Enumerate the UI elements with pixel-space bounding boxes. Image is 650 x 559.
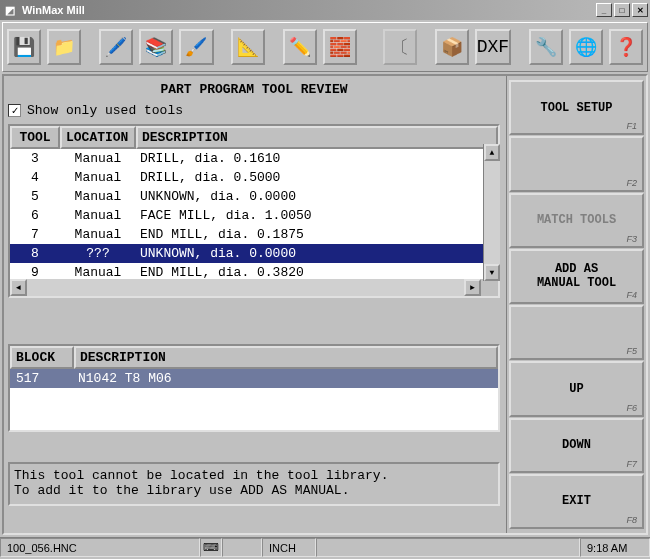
- show-used-checkbox[interactable]: ✓: [8, 104, 21, 117]
- cell-location: Manual: [60, 208, 136, 223]
- cell-location: Manual: [60, 151, 136, 166]
- table-row[interactable]: 6ManualFACE MILL, dia. 1.0050: [10, 206, 498, 225]
- fkey-label: F1: [626, 121, 637, 131]
- tools2-icon[interactable]: 🔧: [529, 29, 563, 65]
- block-row[interactable]: 517N1042 T8 M06: [10, 369, 498, 388]
- tool-table: TOOL LOCATION DESCRIPTION 3ManualDRILL, …: [8, 124, 500, 298]
- side-button-f7[interactable]: DOWNF7: [509, 418, 644, 473]
- th-tool[interactable]: TOOL: [10, 126, 60, 149]
- th-block[interactable]: BLOCK: [10, 346, 74, 369]
- table-row[interactable]: 9ManualEND MILL, dia. 0.3820: [10, 263, 498, 279]
- statusbar: 100_056.HNC ⌨ INCH 9:18 AM: [0, 537, 650, 557]
- side-button-f6[interactable]: UPF6: [509, 361, 644, 416]
- status-filename: 100_056.HNC: [0, 538, 200, 557]
- message-box: This tool cannot be located in the tool …: [8, 462, 500, 506]
- page-title: PART PROGRAM TOOL REVIEW: [8, 80, 500, 101]
- side-button-f5: F5: [509, 305, 644, 360]
- table-row[interactable]: 7ManualEND MILL, dia. 0.1875: [10, 225, 498, 244]
- cell-description: END MILL, dia. 0.1875: [136, 227, 498, 242]
- toolbar: 💾📁🖊️📚🖌️📐✏️🧱〔📦DXF🔧🌐❓: [2, 22, 648, 72]
- table-row[interactable]: 4ManualDRILL, dia. 0.5000: [10, 168, 498, 187]
- axes-icon[interactable]: 📐: [231, 29, 265, 65]
- status-gap1: [222, 538, 262, 557]
- message-line1: This tool cannot be located in the tool …: [14, 468, 494, 483]
- table-row[interactable]: 5ManualUNKNOWN, dia. 0.0000: [10, 187, 498, 206]
- globe-icon[interactable]: 🌐: [569, 29, 603, 65]
- th-location[interactable]: LOCATION: [60, 126, 136, 149]
- cell-tool: 7: [10, 227, 60, 242]
- block-table: BLOCK DESCRIPTION 517N1042 T8 M06: [8, 344, 500, 432]
- fkey-label: F2: [626, 178, 637, 188]
- blocks-icon[interactable]: 🧱: [323, 29, 357, 65]
- bracket-icon[interactable]: 〔: [383, 29, 417, 65]
- fkey-label: F4: [626, 290, 637, 300]
- help-icon[interactable]: ❓: [609, 29, 643, 65]
- message-line2: To add it to the library use ADD AS MANU…: [14, 483, 494, 498]
- folder-icon[interactable]: 📁: [47, 29, 81, 65]
- side-button-f4[interactable]: ADD AS MANUAL TOOLF4: [509, 249, 644, 304]
- keyboard-icon[interactable]: ⌨: [200, 538, 222, 557]
- fkey-label: F5: [626, 346, 637, 356]
- side-button-f1[interactable]: TOOL SETUPF1: [509, 80, 644, 135]
- minimize-button[interactable]: _: [596, 3, 612, 17]
- tool-icon[interactable]: 🖊️: [99, 29, 133, 65]
- side-button-label: ADD AS MANUAL TOOL: [537, 262, 616, 290]
- cell-description: UNKNOWN, dia. 0.0000: [136, 189, 498, 204]
- cell-location: ???: [60, 246, 136, 261]
- scroll-right-button[interactable]: ►: [464, 279, 481, 296]
- side-button-label: MATCH TOOLS: [537, 213, 616, 227]
- fkey-label: F7: [626, 459, 637, 469]
- cell-description: DRILL, dia. 0.5000: [136, 170, 498, 185]
- cell-block: 517: [10, 371, 74, 386]
- scroll-corner: [481, 279, 498, 296]
- side-buttons: TOOL SETUPF1F2MATCH TOOLSF3ADD AS MANUAL…: [506, 76, 646, 533]
- scroll-down-button[interactable]: ▼: [484, 264, 500, 281]
- scroll-left-button[interactable]: ◄: [10, 279, 27, 296]
- th-block-description[interactable]: DESCRIPTION: [74, 346, 498, 369]
- side-button-label: EXIT: [562, 494, 591, 508]
- cell-description: FACE MILL, dia. 1.0050: [136, 208, 498, 223]
- edit-icon[interactable]: ✏️: [283, 29, 317, 65]
- app-icon: ◩: [2, 2, 18, 18]
- cell-tool: 8: [10, 246, 60, 261]
- open-file-icon[interactable]: 💾: [7, 29, 41, 65]
- status-spacer: [316, 538, 580, 557]
- side-button-label: UP: [569, 382, 583, 396]
- maximize-button[interactable]: □: [614, 3, 630, 17]
- cell-description: END MILL, dia. 0.3820: [136, 265, 498, 279]
- cell-tool: 5: [10, 189, 60, 204]
- cell-tool: 4: [10, 170, 60, 185]
- side-button-label: DOWN: [562, 438, 591, 452]
- cell-description: UNKNOWN, dia. 0.0000: [136, 246, 498, 261]
- hscroll-track[interactable]: [27, 279, 464, 296]
- cell-tool: 9: [10, 265, 60, 279]
- cell-location: Manual: [60, 265, 136, 279]
- cube-icon[interactable]: 📦: [435, 29, 469, 65]
- side-button-label: TOOL SETUP: [540, 101, 612, 115]
- cell-location: Manual: [60, 189, 136, 204]
- scroll-up-button[interactable]: ▲: [484, 144, 500, 161]
- window-title: WinMax Mill: [22, 4, 85, 16]
- cell-tool: 6: [10, 208, 60, 223]
- library-icon[interactable]: 📚: [139, 29, 173, 65]
- tools-icon[interactable]: 🖌️: [179, 29, 213, 65]
- close-button[interactable]: ✕: [632, 3, 648, 17]
- side-button-f2: F2: [509, 136, 644, 191]
- titlebar: ◩ WinMax Mill _ □ ✕: [0, 0, 650, 20]
- cell-description: DRILL, dia. 0.1610: [136, 151, 498, 166]
- side-button-f8[interactable]: EXITF8: [509, 474, 644, 529]
- table-row[interactable]: 3ManualDRILL, dia. 0.1610: [10, 149, 498, 168]
- cell-block-desc: N1042 T8 M06: [74, 371, 498, 386]
- cell-location: Manual: [60, 227, 136, 242]
- cell-location: Manual: [60, 170, 136, 185]
- fkey-label: F6: [626, 403, 637, 413]
- th-description[interactable]: DESCRIPTION: [136, 126, 498, 149]
- status-time: 9:18 AM: [580, 538, 650, 557]
- fkey-label: F3: [626, 234, 637, 244]
- show-used-label: Show only used tools: [27, 103, 183, 118]
- dxf-icon[interactable]: DXF: [475, 29, 511, 65]
- fkey-label: F8: [626, 515, 637, 525]
- table-row[interactable]: 8???UNKNOWN, dia. 0.0000: [10, 244, 498, 263]
- status-units: INCH: [262, 538, 316, 557]
- side-button-f3: MATCH TOOLSF3: [509, 193, 644, 248]
